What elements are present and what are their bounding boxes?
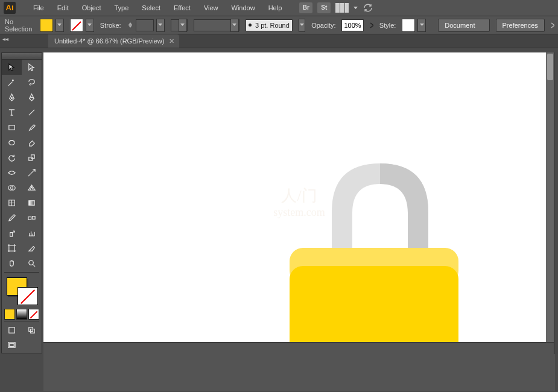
stroke-label: Stroke:	[100, 22, 121, 29]
free-transform-tool[interactable]	[22, 165, 42, 180]
stroke-weight-stepper[interactable]	[127, 20, 133, 31]
opacity-field[interactable]: 100%	[341, 19, 363, 31]
scale-tool[interactable]	[22, 150, 42, 165]
rotate-tool[interactable]	[2, 150, 22, 165]
symbol-sprayer-tool[interactable]	[2, 226, 22, 241]
pen-tool[interactable]	[2, 90, 22, 105]
tab-close-icon[interactable]: ✕	[169, 37, 174, 45]
tools-panel-grip[interactable]	[2, 53, 42, 60]
style-dropdown[interactable]	[417, 19, 426, 32]
paintbrush-tool[interactable]	[22, 120, 42, 135]
svg-rect-14	[9, 327, 14, 333]
slice-tool[interactable]	[22, 241, 42, 256]
canvas[interactable]: 人/门 system.com	[43, 52, 555, 342]
document-tab[interactable]: Untitled-4* @ 66.67% (RGB/Preview) ✕	[48, 34, 179, 48]
none-mode-button[interactable]	[28, 309, 39, 320]
svg-rect-11	[10, 233, 13, 237]
line-segment-tool[interactable]	[22, 105, 42, 120]
screen-mode-button[interactable]	[2, 338, 22, 353]
toolbox-stroke-swatch[interactable]	[17, 287, 38, 305]
svg-rect-3	[29, 157, 33, 161]
svg-point-13	[29, 261, 34, 265]
stroke-swatch-none[interactable]	[70, 19, 83, 32]
workspace: 人/门 system.com	[0, 46, 558, 392]
preferences-button[interactable]: Preferences	[496, 19, 545, 32]
document-tab-title: Untitled-4* @ 66.67% (RGB/Preview)	[54, 37, 164, 45]
menu-type[interactable]: Type	[108, 4, 136, 11]
opacity-label: Opacity:	[311, 22, 335, 29]
gradient-mode-button[interactable]	[16, 309, 27, 320]
selection-status: No Selection	[5, 18, 34, 33]
brush-definition-picker[interactable]	[194, 19, 239, 31]
magic-wand-tool[interactable]	[2, 75, 22, 90]
panel-expand-toggle[interactable]: ◂◂	[2, 36, 8, 42]
eraser-tool[interactable]	[22, 135, 42, 150]
control-bar-overflow-icon[interactable]	[551, 22, 554, 28]
opacity-chevron-right-icon[interactable]	[370, 22, 373, 28]
document-setup-button[interactable]: Document Setup	[438, 19, 489, 32]
draw-normal-button[interactable]	[2, 323, 22, 338]
type-tool[interactable]	[2, 105, 22, 120]
menu-file[interactable]: File	[27, 4, 51, 11]
shaper-tool[interactable]	[2, 135, 22, 150]
menu-effect[interactable]: Effect	[167, 4, 197, 11]
brush-name-field[interactable]: 3 pt. Round	[246, 19, 293, 31]
menu-select[interactable]: Select	[135, 4, 167, 11]
direct-selection-tool[interactable]	[22, 60, 42, 75]
perspective-grid-tool[interactable]	[22, 180, 42, 195]
hand-tool[interactable]	[2, 256, 22, 271]
graphic-style-picker[interactable]	[402, 19, 426, 32]
fill-dropdown[interactable]	[55, 19, 64, 32]
brush-dropdown[interactable]	[299, 19, 305, 32]
variable-width-profile-picker[interactable]	[171, 19, 188, 31]
svg-rect-12	[9, 245, 14, 251]
app-logo: Ai	[4, 2, 16, 14]
mesh-tool[interactable]	[2, 195, 22, 210]
go-to-bridge-button[interactable]: Br	[299, 2, 312, 13]
fill-swatch-control[interactable]	[40, 19, 64, 32]
lasso-tool[interactable]	[22, 75, 42, 90]
menu-object[interactable]: Object	[75, 4, 108, 11]
svg-rect-4	[31, 155, 35, 159]
scrollbar-thumb[interactable]	[547, 54, 553, 80]
chevron-down-icon	[354, 7, 358, 10]
control-bar: No Selection Stroke: 3 pt. Round Opacity…	[0, 16, 558, 34]
menu-help[interactable]: Help	[262, 4, 289, 11]
color-mode-button[interactable]	[4, 309, 15, 320]
rectangle-tool[interactable]	[2, 120, 22, 135]
stroke-weight-field[interactable]	[136, 19, 154, 31]
stroke-weight-dropdown[interactable]	[156, 19, 165, 32]
sync-settings-icon[interactable]	[363, 2, 373, 13]
menu-window[interactable]: Window	[225, 4, 262, 11]
panels-collapsed-dock[interactable]	[554, 52, 558, 354]
shape-builder-tool[interactable]	[2, 180, 22, 195]
vertical-scrollbar[interactable]	[546, 52, 554, 342]
svg-rect-1	[9, 125, 14, 130]
selection-tool[interactable]	[2, 60, 22, 75]
menu-edit[interactable]: Edit	[51, 4, 75, 11]
svg-rect-18	[10, 344, 14, 347]
svg-rect-10	[32, 217, 35, 220]
gradient-tool[interactable]	[22, 195, 42, 210]
blend-tool[interactable]	[22, 210, 42, 226]
svg-rect-9	[28, 217, 31, 220]
draw-behind-button[interactable]	[22, 323, 42, 338]
pasteboard	[43, 342, 555, 391]
stock-button[interactable]: St	[317, 2, 331, 13]
brush-dot-icon	[249, 24, 252, 27]
style-swatch[interactable]	[402, 19, 415, 32]
stroke-swatch-dropdown[interactable]	[86, 19, 94, 32]
fill-stroke-swatches[interactable]	[2, 274, 42, 309]
artboard-tool[interactable]	[2, 241, 22, 256]
fill-swatch[interactable]	[40, 19, 53, 32]
column-graph-tool[interactable]	[22, 226, 42, 241]
eyedropper-tool[interactable]	[2, 210, 22, 226]
brush-name-text: 3 pt. Round	[255, 22, 290, 29]
menu-view[interactable]: View	[197, 4, 225, 11]
curvature-tool[interactable]	[22, 90, 42, 105]
arrange-documents-button[interactable]	[335, 3, 349, 13]
stroke-swatch-control[interactable]	[70, 19, 94, 32]
width-tool[interactable]	[2, 165, 22, 180]
svg-point-0	[11, 98, 13, 99]
zoom-tool[interactable]	[22, 256, 42, 271]
